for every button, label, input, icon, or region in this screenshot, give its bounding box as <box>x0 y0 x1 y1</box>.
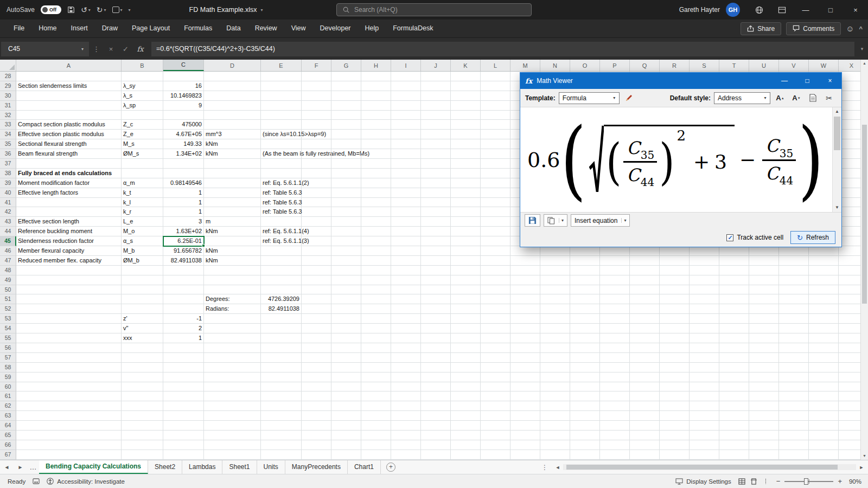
cell-E46[interactable] <box>261 246 302 256</box>
cell-P55[interactable] <box>600 333 630 343</box>
cell-K63[interactable] <box>451 411 481 421</box>
select-all-corner[interactable] <box>0 60 16 71</box>
cell-I47[interactable] <box>391 256 421 266</box>
cell-L31[interactable] <box>481 101 510 111</box>
cell-U64[interactable] <box>749 421 779 431</box>
cell-M65[interactable] <box>510 431 540 440</box>
cell-W46[interactable] <box>809 246 839 256</box>
cell-C32[interactable] <box>163 111 204 120</box>
cell-G59[interactable] <box>331 373 361 382</box>
cell-E65[interactable] <box>261 431 302 440</box>
row-header-42[interactable]: 42 <box>0 207 16 217</box>
quick-access-tool-button[interactable]: ▾ <box>112 7 123 13</box>
cell-Q60[interactable] <box>630 382 660 392</box>
cell-I38[interactable] <box>391 169 421 178</box>
cell-H32[interactable] <box>361 111 391 120</box>
cell-D49[interactable] <box>204 275 261 285</box>
cell-E33[interactable] <box>261 120 302 130</box>
cell-H64[interactable] <box>361 421 391 431</box>
kebab-icon[interactable]: ⋮ <box>541 464 548 471</box>
cell-U63[interactable] <box>749 411 779 421</box>
cell-G60[interactable] <box>331 382 361 392</box>
cell-G43[interactable] <box>331 217 361 227</box>
cell-D33[interactable] <box>204 120 261 130</box>
scroll-up-icon[interactable]: ▲ <box>861 60 868 67</box>
cell-B47[interactable]: ØM_b <box>122 256 163 266</box>
cell-F30[interactable] <box>302 91 331 101</box>
cell-G39[interactable] <box>331 178 361 188</box>
cell-P64[interactable] <box>600 421 630 431</box>
cell-M61[interactable] <box>510 391 540 401</box>
cell-D59[interactable] <box>204 373 261 382</box>
cell-F36[interactable] <box>302 149 331 159</box>
cell-M63[interactable] <box>510 411 540 421</box>
cell-V58[interactable] <box>779 363 809 373</box>
cell-J59[interactable] <box>421 373 451 382</box>
cell-J40[interactable] <box>421 188 451 198</box>
cell-J32[interactable] <box>421 111 451 120</box>
refresh-button[interactable]: ↻ Refresh <box>790 231 835 244</box>
cell-W62[interactable] <box>809 401 839 411</box>
cell-G42[interactable] <box>331 207 361 217</box>
page-break-view-button[interactable] <box>762 478 769 485</box>
cell-R62[interactable] <box>660 401 690 411</box>
cell-F54[interactable] <box>302 324 331 333</box>
cell-A28[interactable] <box>16 72 122 81</box>
cell-N66[interactable] <box>540 440 570 450</box>
cell-C50[interactable] <box>163 285 204 295</box>
undo-button[interactable]: ↺▾ <box>81 5 91 14</box>
cell-H61[interactable] <box>361 391 391 401</box>
cell-S46[interactable] <box>690 246 719 256</box>
cell-C56[interactable] <box>163 343 204 353</box>
cell-G34[interactable] <box>331 130 361 139</box>
cell-B43[interactable]: L_e <box>122 217 163 227</box>
equation-scrollbar[interactable]: ▲ ▼ <box>832 107 841 212</box>
zoom-out-icon[interactable]: − <box>776 477 781 485</box>
sheet-tab-bending-capacity-calculations[interactable]: Bending Capacity Calculations <box>39 460 148 474</box>
column-header-O[interactable]: O <box>570 60 600 71</box>
column-header-Q[interactable]: Q <box>630 60 660 71</box>
fill-handle[interactable] <box>202 244 205 247</box>
cell-J45[interactable] <box>421 236 451 246</box>
row-header-46[interactable]: 46 <box>0 246 16 256</box>
cell-D42[interactable] <box>204 207 261 217</box>
cell-Q67[interactable] <box>630 450 660 460</box>
cell-S56[interactable] <box>690 343 719 353</box>
cell-E64[interactable] <box>261 421 302 431</box>
cell-V50[interactable] <box>779 285 809 295</box>
cell-J48[interactable] <box>421 266 451 275</box>
cell-A31[interactable] <box>16 101 122 111</box>
cell-H37[interactable] <box>361 159 391 169</box>
cell-U65[interactable] <box>749 431 779 440</box>
cell-L64[interactable] <box>481 421 510 431</box>
dialog-maximize-button[interactable]: □ <box>796 73 819 89</box>
cell-F29[interactable] <box>302 81 331 91</box>
cell-H28[interactable] <box>361 72 391 81</box>
cell-L35[interactable] <box>481 139 510 149</box>
cell-L50[interactable] <box>481 285 510 295</box>
row-header-41[interactable]: 41 <box>0 198 16 208</box>
cell-V51[interactable] <box>779 294 809 304</box>
cell-C52[interactable] <box>163 304 204 314</box>
cell-O50[interactable] <box>570 285 600 295</box>
cell-H59[interactable] <box>361 373 391 382</box>
cell-A37[interactable] <box>16 159 122 169</box>
cell-V47[interactable] <box>779 256 809 266</box>
macro-record-button[interactable] <box>33 478 40 485</box>
cell-B57[interactable] <box>122 353 163 363</box>
cell-L60[interactable] <box>481 382 510 392</box>
cell-M46[interactable] <box>510 246 540 256</box>
cell-E40[interactable]: ref: Table 5.6.3 <box>261 188 302 198</box>
cell-T56[interactable] <box>719 343 749 353</box>
cell-C63[interactable] <box>163 411 204 421</box>
row-header-34[interactable]: 34 <box>0 130 16 139</box>
document-title[interactable]: FD Math Example.xlsx ▾ <box>189 6 263 14</box>
cell-A49[interactable] <box>16 275 122 285</box>
zoom-in-icon[interactable]: + <box>838 477 842 485</box>
cell-N65[interactable] <box>540 431 570 440</box>
cell-B32[interactable] <box>122 111 163 120</box>
cell-G35[interactable] <box>331 139 361 149</box>
cell-E38[interactable] <box>261 169 302 178</box>
cell-T47[interactable] <box>719 256 749 266</box>
cell-R64[interactable] <box>660 421 690 431</box>
